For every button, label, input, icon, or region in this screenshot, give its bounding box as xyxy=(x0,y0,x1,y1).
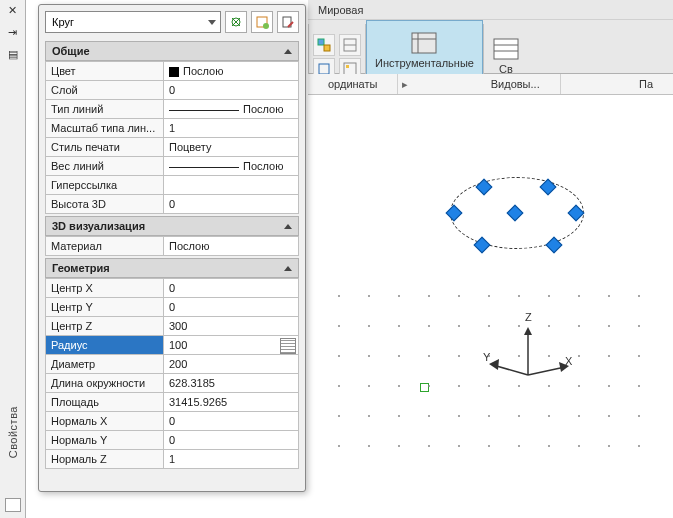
row-circumference: Длина окружности628.3185 xyxy=(46,374,299,393)
toggle-pickadd-icon[interactable] xyxy=(277,11,299,33)
dock-icon[interactable]: ▤ xyxy=(6,48,20,62)
row-layer: Слой0 xyxy=(46,81,299,100)
row-color: ЦветПослою xyxy=(46,62,299,81)
properties-icon xyxy=(492,37,520,61)
svg-point-21 xyxy=(263,23,269,29)
properties-panel: Круг Общие ЦветПослою Слой0 Тип линийПос… xyxy=(38,4,306,492)
svg-rect-5 xyxy=(344,63,356,75)
svg-rect-10 xyxy=(494,39,518,59)
drawing-canvas[interactable]: Z X Y xyxy=(308,95,673,518)
object-type-value: Круг xyxy=(52,16,74,28)
row-radius: Радиус100 xyxy=(46,336,299,355)
viz3d-table: МатериалПослою xyxy=(45,236,299,256)
svg-rect-0 xyxy=(318,39,324,45)
general-table: ЦветПослою Слой0 Тип линийПослою Масштаб… xyxy=(45,61,299,214)
row-center-x: Центр X0 xyxy=(46,279,299,298)
tool-palettes-icon xyxy=(408,31,440,55)
tab-right-partial[interactable]: Па xyxy=(619,74,673,94)
row-normal-y: Нормаль Y0 xyxy=(46,431,299,450)
row-plotstyle: Стиль печатиПоцвету xyxy=(46,138,299,157)
tab-coords[interactable]: ординаты xyxy=(308,74,398,94)
section-geometry[interactable]: Геометрия xyxy=(45,258,299,278)
row-ltscale: Масштаб типа лин...1 xyxy=(46,119,299,138)
row-lineweight: Вес линийПослою xyxy=(46,157,299,176)
lineweight-preview xyxy=(169,167,239,168)
palette-grip-icon[interactable] xyxy=(5,498,21,512)
properties-header: Круг xyxy=(39,5,305,39)
row-material: МатериалПослою xyxy=(46,237,299,256)
quick-select-icon[interactable] xyxy=(225,11,247,33)
row-normal-x: Нормаль X0 xyxy=(46,412,299,431)
color-swatch xyxy=(169,67,179,77)
row-hyperlink: Гиперссылка xyxy=(46,176,299,195)
ribbon-row-1: Мировая xyxy=(308,0,673,20)
geometry-table: Центр X0 Центр Y0 Центр Z300 Радиус100 Д… xyxy=(45,278,299,469)
row-center-y: Центр Y0 xyxy=(46,298,299,317)
tab-overflow-indicator[interactable]: ▸ xyxy=(398,78,412,91)
row-linetype: Тип линийПослою xyxy=(46,100,299,119)
world-coord-label[interactable]: Мировая xyxy=(312,2,369,18)
section-3d-viz[interactable]: 3D визуализация xyxy=(45,216,299,236)
palette-title: Свойства xyxy=(7,406,19,458)
row-area: Площадь31415.9265 xyxy=(46,393,299,412)
ribbon-area: Мировая Инструментальные палитры Св xyxy=(308,0,673,74)
svg-rect-2 xyxy=(319,64,329,74)
svg-rect-1 xyxy=(324,45,330,51)
ribbon-icon-1[interactable] xyxy=(313,34,335,56)
palette-dock-strip: ✕ ⇥ ▤ Свойства xyxy=(0,0,26,518)
row-normal-z: Нормаль Z1 xyxy=(46,450,299,469)
close-icon[interactable]: ✕ xyxy=(6,4,20,18)
row-center-z: Центр Z300 xyxy=(46,317,299,336)
svg-rect-6 xyxy=(346,65,349,68)
linetype-preview xyxy=(169,110,239,111)
section-general[interactable]: Общие xyxy=(45,41,299,61)
row-height3d: Высота 3D0 xyxy=(46,195,299,214)
ribbon-icon-3[interactable] xyxy=(339,34,361,56)
object-type-selector[interactable]: Круг xyxy=(45,11,221,33)
pin-icon[interactable]: ⇥ xyxy=(6,26,20,40)
row-diameter: Диаметр200 xyxy=(46,355,299,374)
svg-rect-7 xyxy=(412,33,436,53)
select-objects-icon[interactable] xyxy=(251,11,273,33)
tab-views[interactable]: Видовы... xyxy=(471,74,561,94)
panel-tabs-bar: ординаты ▸ Видовы... Па xyxy=(308,74,673,95)
grid-dots xyxy=(338,295,663,508)
